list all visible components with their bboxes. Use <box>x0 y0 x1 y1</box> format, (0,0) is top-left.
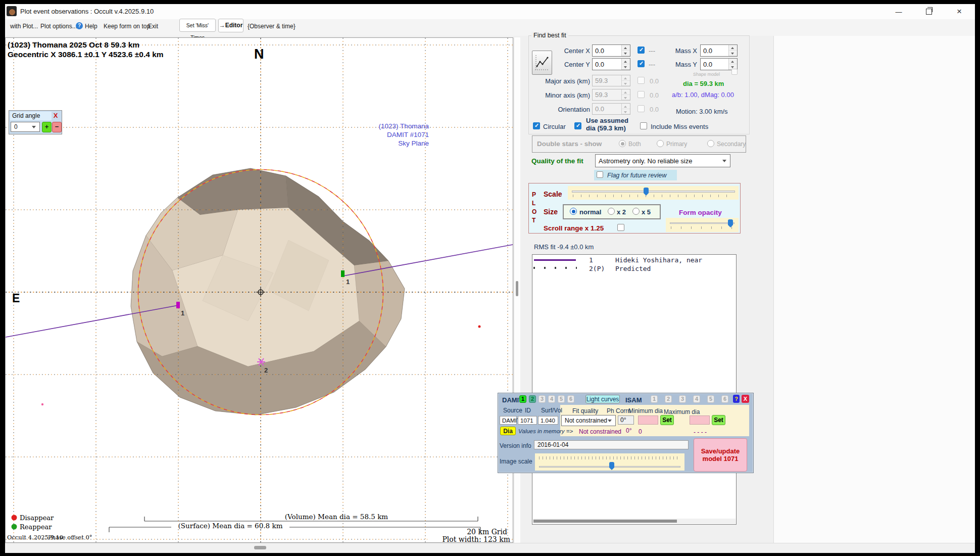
menu-plot-options[interactable]: Plot options... <box>40 22 77 30</box>
disappear-marker[interactable] <box>176 302 180 308</box>
version-info-field[interactable]: 2016-01-04 <box>534 440 689 449</box>
min-dia-set-button[interactable]: Set <box>660 415 674 425</box>
close-button[interactable]: × <box>948 4 971 19</box>
chord-list[interactable] <box>532 254 737 525</box>
chord-list-scrollbar[interactable] <box>533 519 736 524</box>
circular-checkbox[interactable] <box>533 122 540 129</box>
damit-help-button[interactable]: ? <box>733 395 740 403</box>
grid-angle-select[interactable]: 0 <box>11 122 40 132</box>
chord1-observer[interactable]: Hideki Yoshihara, near <box>615 256 702 264</box>
damit-model-3-button[interactable]: 3 <box>538 395 546 403</box>
reappear-marker[interactable] <box>341 270 345 277</box>
flag-review-checkbox[interactable] <box>597 171 603 178</box>
flag-review-label: Flag for future review <box>607 172 666 179</box>
center-x-checkbox[interactable] <box>638 47 645 54</box>
scale-label: Scale <box>544 191 562 198</box>
damit-model-1-button[interactable]: 1 <box>519 395 526 403</box>
isam-title: ISAM <box>625 396 642 404</box>
isam-model-3-button[interactable]: 3 <box>679 395 686 403</box>
center-x-spinner[interactable] <box>621 45 630 56</box>
menu-help[interactable]: Help <box>85 22 97 30</box>
grid-angle-plus-button[interactable]: + <box>42 122 52 132</box>
fit-quality-header: Fit quality <box>572 407 598 414</box>
chord1-number: 1 <box>589 256 593 264</box>
minor-axis-checkbox[interactable] <box>638 91 645 98</box>
grid-angle-close-button[interactable]: X <box>52 112 60 120</box>
find-fit-button[interactable] <box>532 51 552 75</box>
isam-model-1-button[interactable]: 1 <box>651 395 658 403</box>
grid-angle-minus-button[interactable]: − <box>52 122 62 132</box>
damit-model-5-button[interactable]: 5 <box>558 395 565 403</box>
chord2-observer[interactable]: Predicted <box>615 265 651 272</box>
max-dia-set-button[interactable]: Set <box>712 415 725 425</box>
isam-model-6-button[interactable]: 6 <box>721 395 728 403</box>
scroll-range-checkbox[interactable] <box>617 224 624 231</box>
isam-model-4-button[interactable]: 4 <box>693 395 700 403</box>
isam-model-5-button[interactable]: 5 <box>707 395 714 403</box>
orientation-field[interactable]: 0.0 <box>592 103 630 115</box>
max-dia-field[interactable] <box>690 415 710 425</box>
east-label: E <box>12 292 20 305</box>
damit-model-6-button[interactable]: 6 <box>567 395 574 403</box>
image-scale-thumb[interactable] <box>609 462 614 470</box>
h-scroll-thumb[interactable] <box>254 546 266 549</box>
minimize-button[interactable]: — <box>887 4 910 19</box>
form-opacity-slider[interactable] <box>666 218 739 232</box>
restore-button[interactable] <box>917 4 941 19</box>
double-secondary-radio[interactable] <box>707 140 714 147</box>
legend-reappear: Reappear <box>20 523 52 531</box>
image-scale-slider[interactable] <box>535 453 684 471</box>
shape-model-checkbox[interactable] <box>731 69 738 75</box>
double-both-radio[interactable] <box>619 140 626 147</box>
set-miss-times-button[interactable]: Set 'Miss' Times <box>179 19 216 32</box>
center-y-spinner[interactable] <box>621 59 630 70</box>
mass-y-spinner[interactable] <box>728 59 737 70</box>
center-x-field[interactable]: 0.0 <box>592 44 630 57</box>
menu-with-plot[interactable]: with Plot... <box>10 22 38 30</box>
minor-axis-aux: 0.0 <box>650 91 659 99</box>
size-x2-radio[interactable] <box>608 208 615 215</box>
size-x5-radio[interactable] <box>632 208 640 215</box>
mass-x-spinner[interactable] <box>728 45 737 56</box>
light-curves-button[interactable]: Light curves <box>585 395 620 403</box>
v-scroll-thumb[interactable] <box>516 281 518 296</box>
surface-bracket <box>109 527 480 532</box>
minor-axis-field[interactable]: 59.3 <box>592 89 630 101</box>
id-value[interactable]: 1071 <box>518 416 537 425</box>
mass-x-field[interactable]: 0.0 <box>700 44 738 57</box>
damit-model-2-button[interactable]: 2 <box>529 395 536 403</box>
damit-model-4-button[interactable]: 4 <box>548 395 555 403</box>
save-update-button[interactable]: Save/update model 1071 <box>694 438 747 472</box>
sky-plane-plot[interactable]: 1 1 2 (1023) Thomana 2025 Oct 8 59.3 km … <box>5 37 513 543</box>
mass-y-label: Mass Y <box>671 61 697 68</box>
center-y-checkbox[interactable] <box>638 60 645 67</box>
dia-button[interactable]: Dia <box>500 427 516 435</box>
help-icon: ? <box>76 22 83 29</box>
size-normal-radio[interactable] <box>570 208 577 215</box>
menu-keep-on-top[interactable]: Keep form on top <box>104 22 150 30</box>
center-x-label: Center X <box>556 47 590 55</box>
plot-letter-t: T <box>532 217 535 224</box>
major-axis-checkbox[interactable] <box>638 77 645 84</box>
orientation-checkbox[interactable] <box>638 105 645 112</box>
double-primary-radio[interactable] <box>657 140 664 147</box>
major-axis-field[interactable]: 59.3 <box>592 75 630 86</box>
menu-exit[interactable]: Exit <box>148 22 158 30</box>
center-y-field[interactable]: 0.0 <box>592 58 630 70</box>
include-miss-checkbox[interactable] <box>640 122 647 129</box>
chord-list-scroll-thumb[interactable] <box>533 520 677 523</box>
damit-close-button[interactable]: X <box>742 395 749 403</box>
plot-letter-o: O <box>532 208 536 216</box>
min-dia-field[interactable] <box>638 415 658 425</box>
size-label: Size <box>544 208 558 216</box>
quality-select[interactable]: Astrometry only. No reliable size <box>595 154 730 167</box>
use-assumed-checkbox[interactable] <box>574 122 581 129</box>
ph-corr-field[interactable]: 0° <box>618 415 634 425</box>
grid-scale-label: 20 km Grid <box>467 528 507 536</box>
isam-model-2-button[interactable]: 2 <box>665 395 672 403</box>
plot-horizontal-scrollbar[interactable] <box>5 543 975 553</box>
observer-time-label[interactable]: {Observer & time} <box>248 22 296 30</box>
editor-button[interactable]: →Editor <box>218 19 243 32</box>
fit-quality-select[interactable]: Not constrained <box>561 415 616 426</box>
scale-slider[interactable] <box>568 186 739 200</box>
